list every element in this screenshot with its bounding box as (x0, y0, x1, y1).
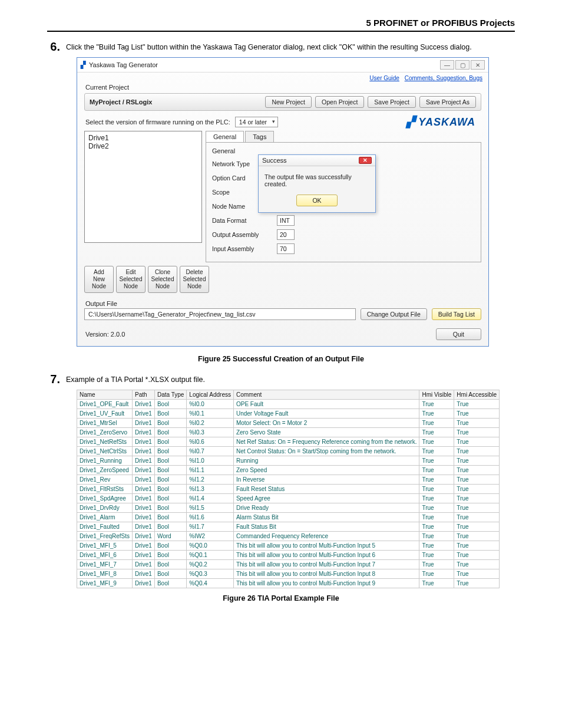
save-project-as-button[interactable]: Save Project As (419, 96, 476, 108)
table-header: Name (77, 390, 133, 400)
node-button[interactable]: EditSelectedNode (116, 266, 146, 293)
section-title: 5 PROFINET or PROFIBUS Projects (366, 18, 515, 28)
form-label: Input Assembly (212, 245, 277, 252)
app-icon: ▞ (81, 61, 85, 69)
table-header: Logical Address (187, 390, 234, 400)
form-value[interactable]: 20 (277, 229, 295, 240)
project-bar: MyProject / RSLogix New Project Open Pro… (84, 93, 481, 111)
user-guide-link[interactable]: User Guide (369, 75, 399, 81)
window-titlebar: ▞ Yaskawa Tag Generator — ▢ ✕ (77, 58, 488, 73)
table-header: Hmi Accessible (454, 390, 500, 400)
node-button[interactable]: AddNewNode (84, 266, 114, 293)
step-7: 7. Example of a TIA Portal *.XLSX output… (47, 373, 515, 386)
table-row: Drive1_RevDrive1Bool%I1.2In ReverseTrueT… (77, 475, 500, 485)
table-row: Drive1_FltRstStsDrive1Bool%I1.3Fault Res… (77, 485, 500, 494)
build-tag-list-button[interactable]: Build Tag List (432, 308, 481, 320)
tab-general[interactable]: General (206, 131, 244, 142)
current-project-label: Current Project (77, 84, 488, 93)
table-row: Drive1_MFI_9Drive1Bool%Q0.4This bit will… (77, 579, 500, 588)
table-row: Drive1_ZeroSpeedDrive1Bool%I1.1Zero Spee… (77, 466, 500, 475)
table-row: Drive1_FaultedDrive1Bool%I1.7Fault Statu… (77, 522, 500, 532)
node-button[interactable]: CloneSelectedNode (148, 266, 177, 293)
table-row: Drive1_MFI_7Drive1Bool%Q0.2This bit will… (77, 560, 500, 569)
change-output-file-button[interactable]: Change Output File (361, 308, 427, 320)
version-label: Version: 2.0.0 (85, 331, 125, 338)
save-project-button[interactable]: Save Project (368, 96, 416, 108)
node-button[interactable]: DeleteSelectedNode (180, 266, 209, 293)
output-path: C:\Users\Username\Tag_Generator_Project\… (84, 308, 356, 320)
form-value[interactable]: INT (277, 215, 295, 226)
table-row: Drive1_ZeroServoDrive1Bool%I0.3Zero Serv… (77, 428, 500, 437)
table-row: Drive1_RunningDrive1Bool%I1.0RunningTrue… (77, 456, 500, 466)
table-row: Drive1_OPE_FaultDrive1Bool%I0.0OPE Fault… (77, 400, 500, 409)
form-label: Output Assembly (212, 231, 277, 238)
form-label: Data Format (212, 217, 277, 224)
table-row: Drive1_UV_FaultDrive1Bool%I0.1Under Volt… (77, 409, 500, 419)
step-7-text: Example of a TIA Portal *.XLSX output fi… (66, 373, 205, 386)
drive-item-1[interactable]: Drive1 (88, 134, 198, 142)
firmware-label: Select the version of firmware running o… (85, 118, 230, 126)
success-ok-button[interactable]: OK (296, 195, 337, 206)
table-row: Drive1_MFI_8Drive1Bool%Q0.3This bit will… (77, 569, 500, 579)
open-project-button[interactable]: Open Project (315, 96, 364, 108)
drive-item-2[interactable]: Drive2 (88, 142, 198, 150)
table-row: Drive1_MFI_5Drive1Bool%Q0.0This bit will… (77, 541, 500, 551)
step-6: 6. Click the "Build Tag List" button wit… (47, 40, 515, 54)
maximize-icon[interactable]: ▢ (455, 60, 470, 70)
table-row: Drive1_NetCtrlStsDrive1Bool%I0.7Net Cont… (77, 447, 500, 456)
table-row: Drive1_MtrSelDrive1Bool%I0.2Motor Select… (77, 419, 500, 428)
output-file-label: Output File (77, 297, 488, 308)
table-row: Drive1_NetRefStsDrive1Bool%I0.6Net Ref S… (77, 437, 500, 447)
table-row: Drive1_AlarmDrive1Bool%I1.6Alarm Status … (77, 513, 500, 522)
drive-list[interactable]: Drive1 Drive2 (84, 131, 202, 243)
page-header: 5 PROFINET or PROFIBUS Projects (47, 18, 515, 32)
figure-26-caption: Figure 26 TIA Portal Example File (47, 594, 515, 602)
table-header: Data Type (154, 390, 186, 400)
table-header: Comment (233, 390, 419, 400)
success-dialog: Success ✕ The output file was successful… (258, 154, 376, 213)
table-row: Drive1_DrvRdyDrive1Bool%I1.5Drive ReadyT… (77, 503, 500, 513)
table-header: Hmi Visible (419, 390, 454, 400)
table-header: Path (133, 390, 155, 400)
success-body: The output file was successfully created… (259, 166, 375, 195)
firmware-select[interactable]: 14 or later (235, 117, 278, 127)
yaskawa-logo: ▞ YASKAWA (406, 116, 475, 129)
dialog-close-icon[interactable]: ✕ (359, 157, 372, 164)
form-value[interactable]: 70 (277, 243, 295, 254)
success-title: Success (262, 157, 287, 164)
tia-table: NamePathData TypeLogical AddressCommentH… (77, 390, 500, 588)
step-6-number: 6. (47, 40, 60, 54)
quit-button[interactable]: Quit (436, 328, 481, 340)
minimize-icon[interactable]: — (440, 60, 454, 70)
step-7-number: 7. (47, 373, 60, 386)
close-icon[interactable]: ✕ (471, 60, 485, 70)
table-row: Drive1_MFI_6Drive1Bool%Q0.1This bit will… (77, 551, 500, 560)
tab-tags[interactable]: Tags (245, 131, 274, 142)
figure-25-caption: Figure 25 Successful Creation of an Outp… (47, 355, 515, 363)
table-row: Drive1_FreqRefStsDrive1Word%IW2Commanded… (77, 532, 500, 541)
table-row: Drive1_SpdAgreeDrive1Bool%I1.4Speed Agre… (77, 494, 500, 503)
top-links: User Guide Comments, Suggestion, Bugs (77, 73, 488, 84)
window-title: Yaskawa Tag Generator (89, 61, 158, 68)
project-path: MyProject / RSLogix (90, 98, 152, 106)
new-project-button[interactable]: New Project (265, 96, 312, 108)
step-6-text: Click the "Build Tag List" button within… (66, 40, 472, 53)
yaskawa-tag-generator-window: ▞ Yaskawa Tag Generator — ▢ ✕ User Guide… (77, 57, 489, 347)
feedback-link[interactable]: Comments, Suggestion, Bugs (405, 75, 482, 81)
